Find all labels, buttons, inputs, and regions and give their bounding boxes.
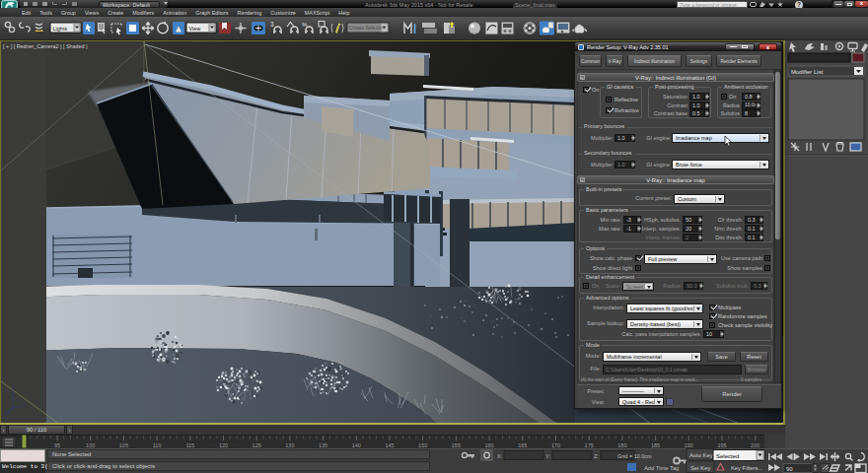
svg-text:155: 155 [452,442,461,448]
svg-text:Grid = 10.0cm: Grid = 10.0cm [617,453,652,459]
svg-text:Add Time Tag: Add Time Tag [644,465,679,471]
svg-text:145: 145 [385,442,394,448]
svg-text:View: View [189,26,201,32]
svg-text:120: 120 [219,442,228,448]
svg-text:Modifier List: Modifier List [791,69,824,75]
svg-text:Set Key: Set Key [690,465,710,471]
svg-text:170: 170 [551,442,560,448]
svg-text:Lights: Lights [53,26,68,32]
svg-text:100: 100 [86,442,95,448]
svg-text:130: 130 [285,442,294,448]
svg-text:Selected: Selected [716,453,739,459]
svg-text:3: 3 [270,21,274,28]
svg-text:140: 140 [352,442,361,448]
svg-text:185: 185 [651,442,660,448]
svg-text:Y:: Y: [545,453,551,459]
svg-text:195: 195 [717,442,726,448]
svg-text:Z:: Z: [594,453,600,459]
svg-text:X:: X: [497,453,503,459]
svg-text:190: 190 [685,442,693,448]
svg-text:Create Selection: Create Selection [349,25,386,31]
svg-text:Key Filters...: Key Filters... [731,465,763,471]
svg-text:200: 200 [751,442,760,448]
svg-text:150: 150 [418,442,427,448]
svg-text:105: 105 [119,442,128,448]
svg-text:110: 110 [153,442,162,448]
svg-text:180: 180 [617,442,626,448]
svg-text:125: 125 [253,442,261,448]
svg-text:175: 175 [585,442,594,448]
svg-text:165: 165 [518,442,527,448]
svg-text:95: 95 [54,442,60,448]
svg-text:90: 90 [786,466,793,472]
svg-text:Auto Key: Auto Key [689,452,713,458]
svg-text:%: % [302,22,308,28]
svg-text:160: 160 [485,442,494,448]
svg-text:135: 135 [319,442,327,448]
svg-text:115: 115 [185,442,194,448]
